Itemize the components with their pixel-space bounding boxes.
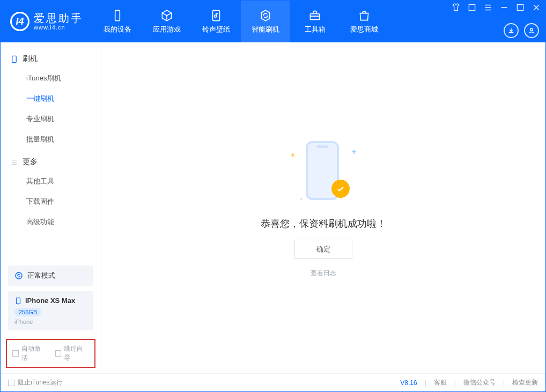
nav-smart-flash[interactable]: 智能刷机 (241, 1, 290, 42)
device-name: iPhone XS Max (25, 297, 75, 305)
app-url: www.i4.cn (34, 24, 83, 31)
success-message: 恭喜您，保资料刷机成功啦！ (261, 217, 386, 230)
download-button[interactable] (504, 23, 519, 38)
sidebar-item-other-tools[interactable]: 其他工具 (1, 171, 101, 191)
titlebar: i4 爱思助手 www.i4.cn 我的设备 应用游戏 铃声壁纸 智能刷机 工具… (1, 1, 545, 42)
nav-apps-games[interactable]: 应用游戏 (142, 1, 191, 42)
music-note-icon (209, 9, 223, 23)
app-logo: i4 爱思助手 www.i4.cn (1, 1, 93, 42)
window-controls (451, 3, 541, 12)
nav-toolbox[interactable]: 工具箱 (290, 1, 340, 42)
device-kind: iPhone (14, 319, 87, 325)
maximize-button[interactable] (515, 3, 525, 12)
success-illustration (289, 138, 358, 208)
view-log-link[interactable]: 查看日志 (311, 269, 336, 278)
auto-activate-checkbox[interactable]: 自动激活 (12, 344, 47, 363)
sidebar-item-download-firmware[interactable]: 下载固件 (1, 191, 101, 212)
minimize-button[interactable] (499, 3, 509, 12)
svg-point-7 (16, 272, 22, 279)
mode-card[interactable]: 正常模式 (8, 265, 93, 286)
sidebar-item-itunes-flash[interactable]: iTunes刷机 (1, 68, 101, 88)
menu-icon[interactable] (483, 3, 493, 12)
cube-icon (160, 9, 174, 23)
shirt-icon[interactable] (451, 3, 461, 12)
device-icon (110, 9, 124, 23)
sidebar-group-flash: 刷机 (1, 47, 101, 68)
close-button[interactable] (532, 3, 541, 12)
nav-ringtones-wallpapers[interactable]: 铃声壁纸 (191, 1, 241, 42)
sidebar-item-advanced[interactable]: 高级功能 (1, 212, 101, 232)
nav-store[interactable]: 爱思商城 (340, 1, 389, 42)
svg-point-5 (530, 28, 533, 31)
main-nav: 我的设备 应用游戏 铃声壁纸 智能刷机 工具箱 爱思商城 (93, 1, 389, 42)
phone-outline-icon (10, 55, 18, 63)
sidebar-group-more: 更多 (1, 150, 101, 171)
box-icon[interactable] (467, 3, 477, 12)
svg-rect-4 (517, 4, 523, 10)
svg-rect-2 (310, 14, 319, 20)
phone-icon (14, 297, 22, 305)
titlebar-right-buttons (504, 23, 539, 38)
toolbox-icon (308, 9, 322, 23)
ok-button[interactable]: 确定 (294, 240, 352, 259)
list-icon (10, 158, 18, 166)
sidebar: 刷机 iTunes刷机 一键刷机 专业刷机 批量刷机 更多 其他工具 下载固件 … (1, 42, 101, 373)
svg-rect-0 (115, 10, 120, 21)
version-label: V8.16 (400, 379, 417, 387)
statusbar: 阻止iTunes运行 V8.16 | 客服 | 微信公众号 | 检查更新 (1, 373, 545, 391)
svg-rect-3 (469, 4, 475, 10)
sidebar-item-pro-flash[interactable]: 专业刷机 (1, 109, 101, 129)
skip-guide-checkbox[interactable]: 跳过向导 (55, 344, 90, 363)
wechat-link[interactable]: 微信公众号 (463, 378, 496, 387)
sidebar-item-batch-flash[interactable]: 批量刷机 (1, 129, 101, 150)
check-update-link[interactable]: 检查更新 (512, 378, 538, 387)
sync-icon (14, 271, 23, 280)
device-card[interactable]: iPhone XS Max 256GB iPhone (8, 291, 93, 330)
device-capacity: 256GB (14, 308, 41, 316)
svg-rect-8 (17, 298, 20, 304)
bag-icon (357, 9, 371, 23)
block-itunes-checkbox[interactable]: 阻止iTunes运行 (8, 378, 63, 387)
highlighted-checkbox-row: 自动激活 跳过向导 (6, 339, 95, 368)
main-content: 恭喜您，保资料刷机成功啦！ 确定 查看日志 (101, 42, 545, 373)
svg-point-9 (300, 198, 302, 200)
svg-rect-6 (12, 56, 17, 62)
sidebar-item-oneclick-flash[interactable]: 一键刷机 (1, 88, 101, 109)
nav-my-device[interactable]: 我的设备 (93, 1, 142, 42)
mode-label: 正常模式 (27, 271, 55, 280)
logo-icon: i4 (10, 12, 29, 31)
refresh-hex-icon (259, 9, 272, 23)
account-button[interactable] (524, 23, 539, 38)
support-link[interactable]: 客服 (434, 378, 447, 387)
check-badge-icon (331, 180, 350, 198)
app-name: 爱思助手 (34, 12, 83, 24)
